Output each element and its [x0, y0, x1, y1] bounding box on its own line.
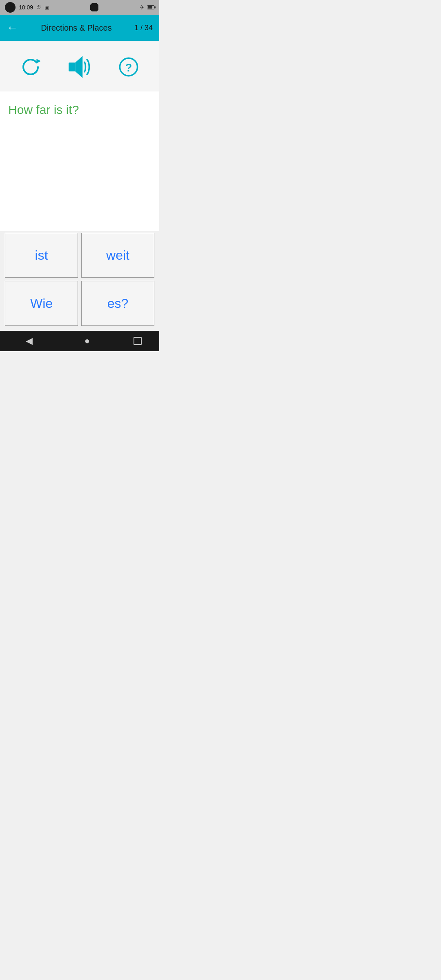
answer-button-weit[interactable]: weit: [81, 233, 154, 278]
speaker-icon: [65, 52, 94, 82]
nav-recent-button[interactable]: [134, 337, 142, 345]
refresh-button[interactable]: [20, 56, 42, 80]
battery-icon: [147, 5, 154, 9]
bottom-nav: ◀ ●: [0, 331, 159, 351]
answers-area: ist weit Wie es?: [0, 231, 159, 331]
refresh-icon: [20, 56, 42, 78]
svg-marker-0: [37, 59, 41, 63]
back-button[interactable]: ←: [7, 21, 24, 34]
status-right: ✈: [140, 4, 154, 11]
nav-home-button[interactable]: ●: [76, 332, 98, 350]
status-bar: 10:09 ⏱ ▣ ✈: [0, 0, 159, 15]
svg-text:?: ?: [125, 62, 132, 74]
page-title: Directions & Places: [24, 23, 128, 33]
question-text: How far is it?: [8, 101, 151, 118]
answer-button-es[interactable]: es?: [81, 281, 154, 326]
speaker-button[interactable]: [65, 52, 94, 83]
svg-rect-1: [69, 62, 75, 71]
page-counter: 1 / 34: [128, 24, 153, 32]
main-content: ? How far is it? ist weit Wie es?: [0, 41, 159, 331]
app-header: ← Directions & Places 1 / 34: [0, 15, 159, 41]
answer-button-wie[interactable]: Wie: [5, 281, 78, 326]
content-spacer: [0, 180, 159, 231]
nfc-icon: [90, 3, 98, 11]
help-icon: ?: [118, 56, 140, 78]
status-circle-icon: [5, 2, 16, 13]
controls-row: ?: [0, 41, 159, 91]
nav-back-button[interactable]: ◀: [18, 332, 41, 350]
airplane-icon: ✈: [140, 4, 145, 11]
answer-button-ist[interactable]: ist: [5, 233, 78, 278]
timer-icon: ⏱: [36, 4, 41, 10]
question-area: How far is it?: [0, 91, 159, 180]
status-left: 10:09 ⏱ ▣: [5, 2, 49, 13]
help-button[interactable]: ?: [118, 56, 140, 80]
sim-icon: ▣: [45, 4, 49, 10]
svg-marker-2: [75, 56, 82, 78]
status-center: [90, 3, 98, 11]
status-time: 10:09: [19, 4, 33, 11]
